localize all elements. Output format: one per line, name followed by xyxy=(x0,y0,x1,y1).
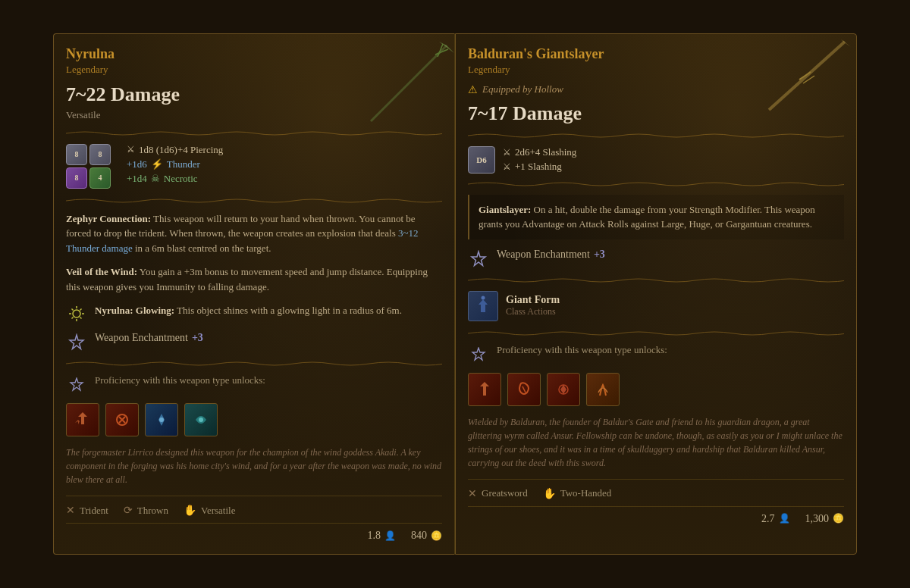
right-prof-icon-title xyxy=(468,344,489,365)
svg-line-25 xyxy=(522,386,526,393)
right-dice-row: D6 ⚔ 2d6+4 Slashing ⚔ +1 Slashing xyxy=(468,146,844,174)
giantslayer-name: Giantslayer: xyxy=(479,204,531,215)
giantslayer-block: Giantslayer: On a hit, double the damage… xyxy=(468,195,844,239)
right-weight-icon: 👤 xyxy=(779,513,790,524)
glowing-icon xyxy=(66,303,87,324)
tag-versatile: ✋ Versatile xyxy=(184,504,235,517)
right-prof-icon-1 xyxy=(468,373,501,406)
tag-trident: ✕ Trident xyxy=(66,504,108,517)
svg-line-12 xyxy=(72,317,74,319)
equipped-text: Equipped by Hollow xyxy=(482,83,563,95)
right-prof-title: Proficiency with this weapon type unlock… xyxy=(497,344,667,356)
left-divider-bot xyxy=(66,361,442,367)
giant-form-section: Giant Form Class Actions xyxy=(468,291,844,321)
giant-form-icon xyxy=(468,291,498,321)
right-cost-icon: 🪙 xyxy=(833,513,844,524)
right-weight-value: 2.7 xyxy=(761,513,775,525)
veil-name: Veil of the Wind: xyxy=(66,266,137,277)
svg-marker-22 xyxy=(472,252,485,266)
trident-icon: ✕ xyxy=(66,504,75,517)
right-proficiency: Proficiency with this weapon type unlock… xyxy=(468,344,844,406)
left-enchant-text: Weapon Enchantment +3 xyxy=(95,332,203,344)
prof-icon-3 xyxy=(145,403,178,436)
dice-1: 8 xyxy=(66,144,87,165)
svg-point-16 xyxy=(159,418,164,422)
svg-point-17 xyxy=(199,418,203,422)
trident-label: Trident xyxy=(80,505,108,517)
two-handed-icon: ✋ xyxy=(543,487,556,500)
right-enchant-label: Weapon Enchantment xyxy=(497,249,590,261)
dice-3: 8 xyxy=(66,167,87,189)
right-prof-title-section: Proficiency with this weapon type unlock… xyxy=(468,344,844,365)
prof-icon-4 xyxy=(184,403,218,436)
glowing-name: Nyrulna: Glowing: xyxy=(95,305,174,316)
svg-point-23 xyxy=(482,296,485,299)
left-divider-top xyxy=(66,130,442,136)
left-cost-stat: 840 🪙 xyxy=(411,530,442,542)
left-damage-entries: ⚔ 1d8 (1d6)+4 Piercing +1d6 ⚡ Thunder +1… xyxy=(127,144,223,185)
right-damage-entries: ⚔ 2d6+4 Slashing ⚔ +1 Slashing xyxy=(503,146,576,173)
tag-thrown: ⟳ Thrown xyxy=(124,504,168,517)
right-damage-entry-2: ⚔ +1 Slashing xyxy=(503,161,576,173)
right-enchant-icon xyxy=(468,249,489,270)
left-prof-title-section: Proficiency with this weapon type unlock… xyxy=(66,374,442,396)
right-slash-1: ⚔ xyxy=(503,147,511,158)
thrown-label: Thrown xyxy=(137,505,168,517)
prof-icon-2 xyxy=(105,403,139,436)
versatile-label: Versatile xyxy=(201,505,235,517)
left-footer-tags: ✕ Trident ⟳ Thrown ✋ Versatile xyxy=(66,496,442,517)
left-prof-title: Proficiency with this weapon type unlock… xyxy=(95,374,265,386)
greatsword-label: Greatsword xyxy=(482,487,528,499)
left-dice-icons: 8 8 8 4 xyxy=(66,144,119,189)
damage-text-1: 1d8 (1d6)+4 Piercing xyxy=(139,144,223,156)
damage-entry-3: +1d4 ☠ Necrotic xyxy=(127,173,223,185)
left-card: Nyrulna Legendary 7~22 Damage Versatile … xyxy=(53,33,455,555)
left-prof-icon-title xyxy=(66,374,87,396)
glowing-text-block: Nyrulna: Glowing: This object shines wit… xyxy=(95,303,402,318)
left-enchant-section: Weapon Enchantment +3 xyxy=(66,332,442,353)
right-slash-2: ⚔ xyxy=(503,161,511,173)
right-prof-icon-3 xyxy=(547,373,580,406)
svg-point-4 xyxy=(73,310,80,317)
svg-marker-14 xyxy=(71,378,83,390)
thunder-label: Thunder xyxy=(167,158,200,170)
necrotic-damage: +1d4 xyxy=(127,173,147,185)
right-footer-tags: ✕ Greatsword ✋ Two-Handed xyxy=(468,479,844,500)
damage-entry-1: ⚔ 1d8 (1d6)+4 Piercing xyxy=(127,144,223,156)
zephyr-text-2: in a 6m blast centred on the target. xyxy=(135,242,271,254)
svg-line-9 xyxy=(72,309,74,311)
svg-line-10 xyxy=(80,317,82,319)
right-prof-icon-4 xyxy=(586,373,620,406)
right-divider-mid3 xyxy=(468,330,844,336)
damage-entry-2: +1d6 ⚡ Thunder xyxy=(127,158,223,170)
svg-line-0 xyxy=(371,45,447,121)
left-weight-icon: 👤 xyxy=(384,530,396,542)
left-item-rarity: Legendary xyxy=(66,64,442,76)
tag-greatsword: ✕ Greatsword xyxy=(468,487,528,500)
prof-icon-1 xyxy=(66,403,99,436)
warning-icon: ⚠ xyxy=(468,83,478,96)
svg-marker-13 xyxy=(70,335,83,349)
versatile-icon: ✋ xyxy=(184,504,196,517)
dice-2: 8 xyxy=(89,144,111,165)
veil-block: Veil of the Wind: You gain a +3m bonus t… xyxy=(66,264,442,294)
left-cost-icon: 🪙 xyxy=(431,530,442,542)
right-enchant-text: Weapon Enchantment +3 xyxy=(497,249,605,261)
left-prof-icons xyxy=(66,403,442,436)
thrown-icon: ⟳ xyxy=(124,504,133,517)
right-weight-stat: 2.7 👤 xyxy=(761,513,790,525)
right-dice-icon: D6 xyxy=(468,146,495,174)
right-prof-icons xyxy=(468,373,844,406)
glowing-desc: This object shines with a glowing light … xyxy=(177,305,402,316)
left-weight-value: 1.8 xyxy=(368,530,381,542)
right-card: Balduran's Giantslayer Legendary ⚠ Equip… xyxy=(455,33,857,555)
right-divider-mid1 xyxy=(468,181,844,187)
necrotic-icon: ☠ xyxy=(151,173,160,185)
thunder-icon: ⚡ xyxy=(151,158,163,170)
greatsword-icon: ✕ xyxy=(468,487,477,500)
two-handed-label: Two-Handed xyxy=(560,487,612,499)
giant-form-info: Giant Form Class Actions xyxy=(506,294,560,317)
left-enchant-icon xyxy=(66,332,87,353)
giant-form-name: Giant Form xyxy=(506,294,560,306)
left-enchant-label: Weapon Enchantment xyxy=(95,332,188,344)
